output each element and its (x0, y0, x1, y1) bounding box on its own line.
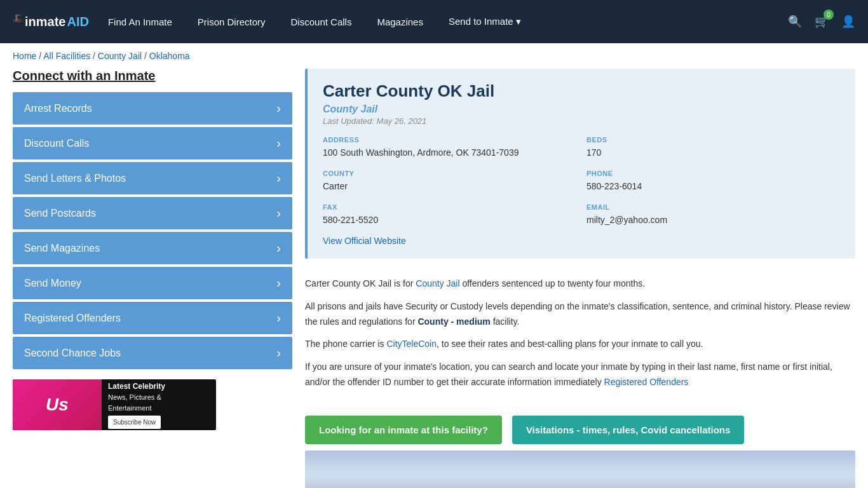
detail-fax: FAX 580-221-5520 (323, 203, 576, 227)
sidebar-btn-arrest-records-label: Arrest Records (24, 103, 92, 114)
sidebar-ad[interactable]: Us Latest Celebrity News, Pictures & Ent… (13, 379, 216, 430)
arrow-icon: › (276, 136, 281, 151)
facility-description: Carter County OK Jail is for County Jail… (305, 270, 855, 404)
ad-line2: News, Pictures & (108, 393, 161, 401)
facility-image-strip (305, 451, 855, 488)
facility-updated: Last Updated: May 26, 2021 (323, 116, 840, 126)
detail-phone: PHONE 580-223-6014 (587, 170, 840, 193)
sidebar: Connect with an Inmate Arrest Records › … (13, 69, 292, 488)
arrow-icon: › (276, 101, 281, 116)
cart-icon[interactable]: 🛒 0 (815, 15, 829, 29)
visitations-button[interactable]: Visitations - times, rules, Covid cancel… (512, 416, 745, 444)
sidebar-btn-send-letters[interactable]: Send Letters & Photos › (13, 162, 292, 194)
desc-p1-before: Carter County OK Jail is for (305, 278, 416, 288)
detail-beds: BEDS 170 (587, 136, 840, 159)
arrow-icon: › (276, 276, 281, 290)
sidebar-btn-send-letters-label: Send Letters & Photos (24, 173, 126, 184)
logo-aid-text: AID (67, 15, 88, 29)
arrow-icon: › (276, 346, 281, 360)
sidebar-btn-send-magazines-label: Send Magazines (24, 243, 100, 254)
phone-label: PHONE (587, 170, 840, 177)
facility-type: County Jail (323, 104, 840, 115)
logo-icon: 🎩 (13, 13, 23, 23)
county-medium-link[interactable]: County - medium (417, 316, 490, 327)
sidebar-btn-send-postcards[interactable]: Send Postcards › (13, 197, 292, 229)
arrow-icon: › (276, 241, 281, 255)
nav-discount-calls[interactable]: Discount Calls (291, 17, 352, 27)
county-value: Carter (323, 180, 576, 193)
breadcrumb-sep3: / (144, 51, 149, 61)
sidebar-btn-registered-offenders-label: Registered Offenders (24, 313, 121, 324)
sidebar-btn-second-chance-jobs-label: Second Chance Jobs (24, 348, 121, 359)
email-value: milty_2@yahoo.com (587, 214, 840, 227)
sidebar-btn-send-money-label: Send Money (24, 278, 81, 289)
nav-prison-directory[interactable]: Prison Directory (198, 17, 266, 27)
beds-label: BEDS (587, 136, 840, 144)
desc-p3-after: , to see their rates and best-calling pl… (437, 339, 703, 349)
desc-p2: All prisons and jails have Security or C… (305, 299, 855, 330)
connect-heading: Connect with an Inmate (13, 69, 292, 83)
main-header: 🎩 inmateAID Find An Inmate Prison Direct… (0, 0, 868, 43)
desc-p3: The phone carrier is CityTeleCoin, to se… (305, 337, 855, 352)
sidebar-btn-registered-offenders[interactable]: Registered Offenders › (13, 302, 292, 334)
sidebar-btn-send-magazines[interactable]: Send Magazines › (13, 232, 292, 264)
cta-buttons: Looking for an inmate at this facility? … (305, 416, 855, 444)
looking-for-inmate-button[interactable]: Looking for an inmate at this facility? (305, 416, 502, 444)
user-icon[interactable]: 👤 (841, 15, 855, 29)
facility-card: Carter County OK Jail County Jail Last U… (305, 69, 855, 259)
nav-magazines[interactable]: Magazines (377, 17, 423, 27)
phone-value: 580-223-6014 (587, 180, 840, 193)
facility-name: Carter County OK Jail (323, 81, 840, 101)
desc-p2-after: facility. (491, 316, 520, 327)
breadcrumb-home[interactable]: Home (13, 51, 36, 61)
address-value: 100 South Washington, Ardmore, OK 73401-… (323, 146, 576, 159)
sidebar-btn-send-postcards-label: Send Postcards (24, 208, 96, 219)
ad-brand: Us (13, 379, 102, 430)
desc-p4: If you are unsure of your inmate's locat… (305, 360, 855, 390)
beds-value: 170 (587, 146, 840, 159)
ad-subscribe-button[interactable]: Subscribe Now (108, 416, 161, 429)
main-nav: Find An Inmate Prison Directory Discount… (108, 16, 769, 27)
breadcrumb-state[interactable]: Oklahoma (149, 51, 190, 61)
breadcrumb-county-jail[interactable]: County Jail (98, 51, 142, 61)
main-content: Carter County OK Jail County Jail Last U… (305, 69, 855, 488)
sidebar-btn-arrest-records[interactable]: Arrest Records › (13, 92, 292, 125)
nav-send-to-inmate[interactable]: Send to Inmate ▾ (449, 16, 521, 27)
desc-p1-after: offenders sentenced up to twenty four mo… (460, 278, 646, 288)
email-label: EMAIL (587, 203, 840, 211)
county-jail-link[interactable]: County Jail (416, 278, 459, 288)
detail-email: EMAIL milty_2@yahoo.com (587, 203, 840, 227)
breadcrumb-sep2: / (93, 51, 98, 61)
registered-offenders-link[interactable]: Registered Offenders (604, 377, 689, 387)
breadcrumb: Home / All Facilities / County Jail / Ok… (0, 43, 868, 69)
county-label: COUNTY (323, 170, 576, 177)
citytelecoin-link[interactable]: CityTeleCoin (386, 339, 437, 349)
fax-label: FAX (323, 203, 576, 211)
fax-value: 580-221-5520 (323, 214, 576, 227)
header-icons: 🔍 🛒 0 👤 (788, 15, 855, 29)
sidebar-btn-second-chance-jobs[interactable]: Second Chance Jobs › (13, 337, 292, 369)
logo-inmate-text: inmate (25, 15, 65, 29)
logo[interactable]: 🎩 inmateAID (13, 15, 89, 29)
main-layout: Connect with an Inmate Arrest Records › … (0, 69, 868, 488)
desc-p2-text: All prisons and jails have Security or C… (305, 301, 850, 327)
view-official-website-link[interactable]: View Official Website (323, 236, 406, 246)
ad-line1: Latest Celebrity (108, 382, 165, 391)
ad-line3: Entertainment (108, 404, 151, 412)
search-icon[interactable]: 🔍 (788, 15, 802, 29)
breadcrumb-all-facilities[interactable]: All Facilities (43, 51, 90, 61)
desc-p4-text: If you are unsure of your inmate's locat… (305, 362, 832, 387)
arrow-icon: › (276, 311, 281, 325)
sidebar-btn-send-money[interactable]: Send Money › (13, 267, 292, 299)
arrow-icon: › (276, 171, 281, 186)
arrow-icon: › (276, 206, 281, 220)
detail-county: COUNTY Carter (323, 170, 576, 193)
detail-address: ADDRESS 100 South Washington, Ardmore, O… (323, 136, 576, 159)
ad-text: Latest Celebrity News, Pictures & Entert… (102, 379, 172, 430)
desc-p1: Carter County OK Jail is for County Jail… (305, 276, 855, 292)
sidebar-btn-discount-calls-label: Discount Calls (24, 138, 89, 149)
sidebar-btn-discount-calls[interactable]: Discount Calls › (13, 127, 292, 159)
nav-find-inmate[interactable]: Find An Inmate (108, 17, 172, 27)
address-label: ADDRESS (323, 136, 576, 144)
desc-p3-before: The phone carrier is (305, 339, 386, 349)
